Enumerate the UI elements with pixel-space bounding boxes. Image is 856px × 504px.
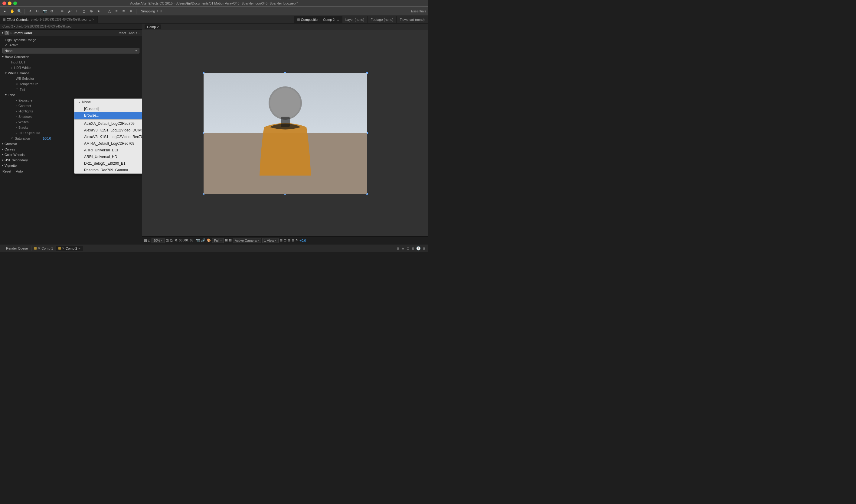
comp1-tab[interactable]: ✕ Comp 1 — [32, 246, 56, 251]
align-tool[interactable]: ≡ — [114, 8, 119, 14]
dropdown-item-browse[interactable]: Browse... — [74, 112, 142, 119]
comp2-menu[interactable]: ≡ — [78, 247, 80, 250]
dropdown-item-arri-hd[interactable]: ARRI_Universal_HD — [74, 154, 142, 160]
dropdown-item-alexav3-k1s1-rec709[interactable]: AlexaV3_K1S1_LogC2Video_Rec709_EE — [74, 133, 142, 140]
camera-tool[interactable]: 📷 — [41, 8, 48, 14]
pen-tool[interactable]: ✏ — [59, 8, 65, 14]
lut-dropdown[interactable]: None ▼ — [2, 48, 139, 53]
rotate-cw-tool[interactable]: ↻ — [34, 8, 40, 14]
comp2-close[interactable]: ✕ — [62, 247, 65, 250]
eraser-tool[interactable]: ◻ — [81, 8, 87, 14]
vt-icon-7[interactable]: 🎨 — [207, 238, 211, 242]
sat-value[interactable]: 100.0 — [42, 137, 51, 140]
tl-ctrl-2[interactable]: ★ — [401, 246, 405, 251]
whites-stopwatch-icon[interactable]: ▸ — [16, 121, 17, 124]
tab-flowchart[interactable]: Flowchart (none) — [396, 16, 428, 23]
vt-icon-12[interactable]: ⊞ — [288, 238, 290, 242]
lumetri-about-btn[interactable]: About... — [129, 31, 140, 35]
snapping-icon[interactable]: ⌖ — [156, 9, 158, 13]
dropdown-item-phantom[interactable]: Phantom_Rec709_Gamma — [74, 167, 142, 174]
vt-icon-10[interactable]: ⊞ — [280, 238, 283, 242]
tl-ctrl-5[interactable]: 🕐 — [416, 246, 421, 251]
dropdown-item-custom[interactable]: [Custom] — [74, 106, 142, 112]
dropdown-item-arri-dci[interactable]: ARRI_Universal_DCI — [74, 147, 142, 154]
active-label[interactable]: Active — [10, 43, 18, 47]
tl-ctrl-6[interactable]: ⊞ — [423, 246, 426, 251]
settings-tool[interactable]: ⚙ — [49, 8, 55, 14]
breadcrumb: Comp 2 • photo-1421809313281-48f03fa45e9… — [0, 23, 142, 30]
extra-tool[interactable]: ⁕ — [128, 8, 134, 14]
tab-effect-controls[interactable]: Effect Controls photo-1421809313281-48f0… — [0, 16, 98, 23]
tint-stopwatch-icon[interactable]: ⏱ — [16, 88, 18, 91]
tab-layer[interactable]: Layer (none) — [342, 16, 367, 23]
snapping-icon2[interactable]: ⊞ — [159, 9, 162, 13]
dropdown-item-alexav3-k1s1-dcip3[interactable]: AlexaV3_K1S1_LogC2Video_DCIP3_EE — [74, 127, 142, 133]
auto-btn[interactable]: Auto — [16, 169, 23, 173]
hdr-expand-icon[interactable]: ▸ — [11, 66, 13, 70]
vt-icon-1[interactable]: ⊞ — [144, 238, 147, 242]
shapes-tool[interactable]: △ — [106, 8, 112, 14]
clone-tool[interactable]: ⊕ — [88, 8, 95, 14]
essentials-btn[interactable]: Essentials — [411, 10, 426, 13]
text-tool[interactable]: T — [74, 8, 80, 14]
dropdown-item-alexa-default[interactable]: ALEXA_Default_LogC2Rec709 — [74, 120, 142, 127]
comp-2-tab-btn[interactable]: Comp 2 — [144, 24, 161, 29]
hl-stopwatch-icon[interactable]: ▸ — [16, 110, 17, 113]
tab-composition[interactable]: Composition Comp 2 ≡ — [294, 16, 342, 23]
contrast-stopwatch-icon[interactable]: ▸ — [16, 104, 17, 107]
vt-icon-6[interactable]: 🔗 — [201, 238, 205, 242]
panel-menu-comp[interactable]: ≡ — [337, 18, 339, 21]
vt-icon-2[interactable]: □ — [148, 238, 150, 242]
active-camera-value: Active Camera — [235, 239, 257, 242]
ec-close[interactable]: ✕ — [92, 18, 95, 21]
blacks-stopwatch-icon[interactable]: ▸ — [16, 126, 17, 129]
shadow-stopwatch-icon[interactable]: ▸ — [16, 115, 17, 118]
motion-tool[interactable]: ≋ — [121, 8, 127, 14]
hand-tool[interactable]: ✋ — [9, 8, 15, 14]
tl-ctrl-3[interactable]: ⊡ — [407, 246, 410, 251]
dropdown-item-phantom-label: Phantom_Rec709_Gamma — [84, 168, 128, 172]
maximize-button[interactable] — [13, 1, 17, 5]
tl-ctrl-1[interactable]: ⊞ — [396, 246, 399, 251]
lumetri-expand[interactable]: ▾ — [2, 31, 3, 34]
checkmark-icon: ✓ — [5, 43, 7, 47]
render-queue-label: Render Queue — [6, 247, 28, 250]
zoom-dropdown[interactable]: 50% ▼ — [152, 238, 165, 243]
comp1-close[interactable]: ✕ — [38, 247, 40, 250]
comp2-tab[interactable]: ✕ Comp 2 ≡ — [56, 246, 83, 251]
vt-icon-4[interactable]: ⧉ — [170, 238, 173, 242]
exp-stopwatch-icon[interactable]: ▸ — [16, 99, 17, 102]
panel-menu-ec[interactable]: ≡ — [89, 18, 91, 21]
vt-icon-3[interactable]: ⊡ — [166, 238, 169, 242]
quality-dropdown[interactable]: Full ▼ — [212, 238, 224, 243]
vt-icon-13[interactable]: ⊟ — [292, 238, 294, 242]
tl-ctrl-4[interactable]: ⊟ — [411, 246, 414, 251]
reset-btn[interactable]: Reset — [2, 169, 11, 173]
vt-icon-8[interactable]: ⊞ — [225, 238, 228, 242]
paint-tool[interactable]: 🖌 — [67, 8, 73, 14]
tab-footage[interactable]: Footage (none) — [367, 16, 396, 23]
vt-icon-5[interactable]: 📷 — [196, 238, 200, 242]
view-layout-dropdown[interactable]: 1 View ▼ — [262, 238, 278, 243]
white-balance-header[interactable]: White Balance — [0, 70, 142, 76]
temp-stopwatch-icon[interactable]: ⏱ — [16, 83, 18, 86]
vt-icon-9[interactable]: ⊟ — [229, 238, 232, 242]
zoom-tool[interactable]: 🔍 — [16, 8, 22, 14]
zoom-value: 50% — [153, 239, 160, 242]
dropdown-item-d21[interactable]: D-21_delogC_EI0200_B1 — [74, 160, 142, 167]
vt-icon-14[interactable]: ↻ — [295, 238, 298, 242]
minimize-button[interactable] — [8, 1, 12, 5]
dropdown-item-none[interactable]: • None — [74, 99, 142, 106]
arrow-tool[interactable]: ▸ — [2, 8, 8, 14]
tone-header[interactable]: Tone — [0, 92, 142, 97]
lumetri-reset-btn[interactable]: Reset — [117, 31, 126, 35]
dropdown-item-amira[interactable]: AMIRA_Default_LogC2Rec709 — [74, 140, 142, 147]
close-button[interactable] — [2, 1, 6, 5]
rotate-tool[interactable]: ↺ — [27, 8, 33, 14]
vt-icon-11[interactable]: ⊡ — [284, 238, 287, 242]
active-camera-dropdown[interactable]: Active Camera ▼ — [233, 238, 261, 243]
render-queue-tab[interactable]: Render Queue — [2, 246, 32, 251]
puppet-tool[interactable]: ★ — [96, 8, 102, 14]
basic-correction-header[interactable]: Basic Correction — [0, 54, 142, 59]
sat-stopwatch-icon[interactable]: ⏱ — [11, 137, 14, 140]
